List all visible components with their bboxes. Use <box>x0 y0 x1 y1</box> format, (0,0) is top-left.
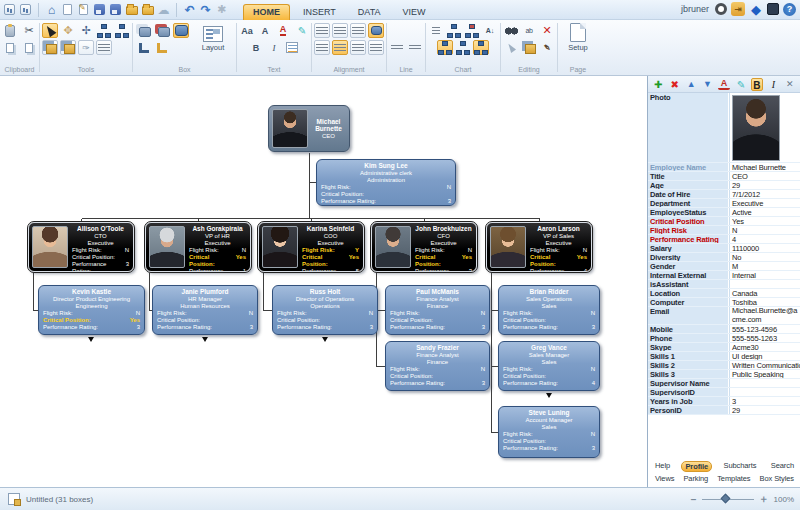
italic-icon[interactable]: I <box>266 40 282 55</box>
field-row-flight-risk[interactable]: Flight RiskN <box>648 226 800 235</box>
save-as-icon[interactable] <box>109 3 122 16</box>
org-box-greg-vance[interactable]: Greg VanceSales ManagerSalesFlight Risk:… <box>498 341 600 391</box>
field-row-department[interactable]: DepartmentExecutive <box>648 199 800 208</box>
save-icon[interactable] <box>93 3 106 16</box>
field-row-employeestatus[interactable]: EmployeeStatusActive <box>648 208 800 217</box>
chart-layout-mixed-icon[interactable] <box>464 23 480 38</box>
align-top-icon[interactable] <box>314 23 330 38</box>
org-box-kevin-kastle[interactable]: Kevin KastleDirector Product Engineering… <box>38 285 145 335</box>
field-row-supervisorid[interactable]: SupervisorID <box>648 388 800 397</box>
font-color-icon[interactable]: A <box>280 25 287 36</box>
field-row-phone[interactable]: Phone555-555-1263 <box>648 334 800 343</box>
replace-icon[interactable]: ab <box>521 23 537 38</box>
field-row-skype[interactable]: SkypeAcme30 <box>648 343 800 352</box>
edit-document-icon[interactable] <box>77 3 90 16</box>
add-box-left-icon[interactable] <box>42 40 58 55</box>
line-style-icon[interactable] <box>389 40 405 55</box>
field-row-email[interactable]: EmailMichael.Burnette@acme.com <box>648 307 800 325</box>
org-box-brian-ridder[interactable]: Brian RidderSales OperationsSalesFlight … <box>498 285 600 335</box>
tab-home[interactable]: HOME <box>243 4 290 20</box>
bold-icon[interactable]: B <box>248 40 264 55</box>
chart-layout-tree-icon[interactable] <box>446 23 462 38</box>
org-insert-icon[interactable] <box>96 23 112 38</box>
subchart-indicator[interactable] <box>546 393 552 398</box>
org-box-john-broekhuizen[interactable]: John BroekhuizenCFOExecutiveFlight Risk:… <box>371 222 477 272</box>
align-center-icon[interactable] <box>332 40 348 55</box>
panel-tab-help[interactable]: Help <box>652 461 673 472</box>
field-row-photo[interactable]: Photo <box>648 93 800 163</box>
field-row-computer[interactable]: ComputerToshiba <box>648 298 800 307</box>
field-row-years-in-job[interactable]: Years in Job3 <box>648 397 800 406</box>
chart-style-1-icon[interactable] <box>437 40 453 55</box>
select-cursor-icon[interactable] <box>503 40 519 55</box>
user-status-icon[interactable] <box>715 3 727 15</box>
box-stack-icon[interactable] <box>135 23 152 38</box>
chart-template-icon[interactable] <box>3 3 16 16</box>
chart-canvas[interactable]: Michael BurnetteCEOKim Sung LeeAdministr… <box>0 76 646 487</box>
field-row-skills-3[interactable]: Skills 3Public Speaking <box>648 370 800 379</box>
subchart-indicator[interactable] <box>88 337 94 342</box>
cloud-upload-icon[interactable]: ☁ <box>157 3 170 16</box>
align-left-icon[interactable] <box>314 40 330 55</box>
org-box-aaron-larson[interactable]: Aaron LarsonVP of SalesExecutiveFlight R… <box>486 222 592 272</box>
border-corner-2-icon[interactable] <box>154 40 170 55</box>
tab-view[interactable]: VIEW <box>394 5 435 20</box>
panel-tab-parking[interactable]: Parking <box>680 474 711 483</box>
align-justify-icon[interactable] <box>368 40 384 55</box>
field-row-critical-position[interactable]: Critical PositionYes <box>648 217 800 226</box>
org-box-kim-sung-lee[interactable]: Kim Sung LeeAdministrative clerkAdminist… <box>316 159 456 206</box>
copy-format-icon[interactable] <box>21 40 37 55</box>
field-row-employee-name[interactable]: Employee NameMichael Burnette <box>648 163 800 172</box>
find-icon[interactable] <box>503 23 519 38</box>
panel-tab-subcharts[interactable]: Subcharts <box>721 461 760 472</box>
line-weight-icon[interactable] <box>407 40 423 55</box>
select-region-icon[interactable] <box>96 40 112 55</box>
org-box-allison-o-toole[interactable]: Allison O'TooleCTOExecutiveFlight Risk:N… <box>28 222 134 272</box>
sign-out-icon[interactable]: ⇥ <box>731 2 745 16</box>
field-row-date-of-hire[interactable]: Date of Hire7/1/2012 <box>648 190 800 199</box>
align-right-icon[interactable] <box>350 40 366 55</box>
org-box-janie-plumford[interactable]: Janie PlumfordHR ManagerHuman ResourcesF… <box>152 285 258 335</box>
chart-style-3-icon[interactable] <box>473 40 489 55</box>
info-icon[interactable]: ◆ <box>749 2 763 16</box>
box-style-icon[interactable] <box>173 23 189 38</box>
font-color-icon[interactable]: A <box>718 78 730 90</box>
field-row-internal-external[interactable]: Internal ExternalInternal <box>648 271 800 280</box>
link-icon[interactable]: ✑ <box>78 40 94 55</box>
field-row-diversity[interactable]: DiversityNo <box>648 253 800 262</box>
org-box-steve-luning[interactable]: Steve LuningAccount ManagerSalesFlight R… <box>498 406 600 458</box>
org-box-ash-gorakpiraia[interactable]: Ash GorakpiraiaVP of HRExecutiveFlight R… <box>145 222 251 272</box>
field-row-salary[interactable]: Salary1110000 <box>648 244 800 253</box>
org-box-michael-burnette[interactable]: Michael BurnetteCEO <box>268 105 350 152</box>
org-box-russ-holt[interactable]: Russ HoltDirector of OperationsOperation… <box>272 285 378 335</box>
move-tool-icon[interactable]: ✢ <box>78 23 94 38</box>
home-icon[interactable]: ⌂ <box>45 3 58 16</box>
book-icon[interactable] <box>767 3 779 15</box>
org-box-karina-seinfeld[interactable]: Karina SeinfeldCOOExecutiveFlight Risk:Y… <box>258 222 364 272</box>
field-row-performance-rating[interactable]: Performance Rating4 <box>648 235 800 244</box>
panel-tab-templates[interactable]: Templates <box>714 474 753 483</box>
org-box-sandy-frazier[interactable]: Sandy FrazierFinance AnalystFinanceFligh… <box>385 341 490 391</box>
format-painter-icon[interactable]: ✒ <box>539 40 555 55</box>
zoom-out-button[interactable]: − <box>691 494 697 505</box>
delete-icon[interactable]: ✕ <box>539 23 555 38</box>
align-box-icon[interactable] <box>368 23 384 38</box>
settings-icon[interactable]: ✱ <box>215 3 228 16</box>
field-row-location[interactable]: LocationCanada <box>648 289 800 298</box>
move-up-icon[interactable]: ▲ <box>685 78 697 91</box>
zoom-slider[interactable] <box>702 499 754 500</box>
help-icon[interactable]: ? <box>783 3 796 16</box>
border-corner-icon[interactable] <box>136 40 152 55</box>
field-row-isassistant[interactable]: isAssistant <box>648 280 800 289</box>
org-box-paul-mcmanis[interactable]: Paul McManisFinance AnalystFinanceFlight… <box>385 285 490 335</box>
italic-icon[interactable]: I <box>767 78 779 91</box>
redo-icon[interactable]: ↷ <box>199 3 212 16</box>
text-form-icon[interactable] <box>284 40 300 55</box>
zoom-slider-handle[interactable] <box>721 494 731 504</box>
select-tool-icon[interactable] <box>42 23 58 38</box>
open-folder-icon[interactable] <box>125 3 138 16</box>
field-row-skills-2[interactable]: Skills 2Written Communication <box>648 361 800 370</box>
delete-field-icon[interactable]: ✖ <box>668 78 680 91</box>
chart-template-2-icon[interactable] <box>19 3 32 16</box>
panel-tab-box-styles[interactable]: Box Styles <box>757 474 797 483</box>
